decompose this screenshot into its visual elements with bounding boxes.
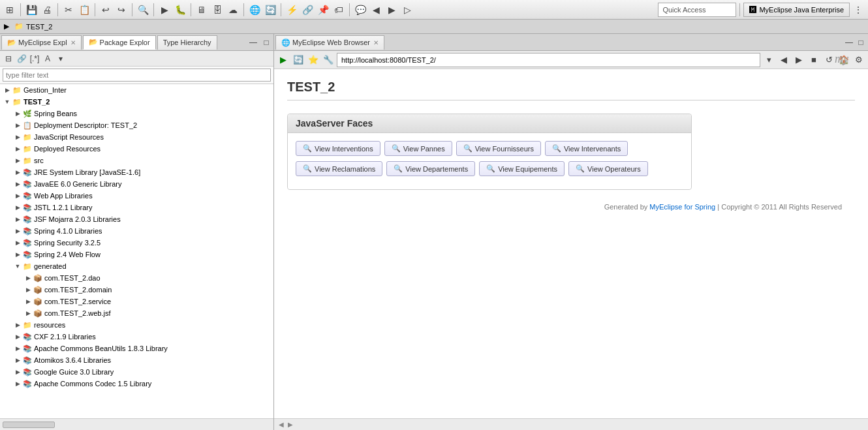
jsf-action-button[interactable]: 🔍View Fournisseurs	[456, 141, 541, 156]
tab-package-explorer[interactable]: 📂 Package Explor	[83, 35, 156, 50]
toolbar-icon-more[interactable]: ⋮	[851, 3, 865, 17]
fav-btn[interactable]: ⭐	[307, 54, 320, 67]
toolbar-separator-9	[349, 3, 350, 16]
toolbar-icon-db[interactable]: 🗄	[210, 3, 225, 17]
tree-item[interactable]: ▶📚JRE System Library [JavaSE-1.6]	[0, 166, 273, 178]
jsf-action-button[interactable]: 🔍View Reclamations	[296, 161, 382, 176]
panel-view-menu-icon[interactable]: ▾	[55, 53, 67, 65]
tools-btn[interactable]: 🔧	[322, 54, 335, 67]
tree-item[interactable]: ▶📁Deployed Resources	[0, 143, 273, 155]
panel-font-icon[interactable]: A	[42, 53, 54, 65]
right-panel-hscroll[interactable]: ◀ ▶	[274, 418, 868, 430]
tree-item[interactable]: ▶📚Google Guice 3.0 Library	[0, 366, 273, 378]
tab-package-explorer-icon: 📂	[89, 38, 98, 46]
toolbar-icon-server[interactable]: 🖥	[194, 3, 209, 17]
toolbar-icon-save[interactable]: 💾	[24, 3, 39, 17]
tab-web-browser[interactable]: 🌐 MyEclipse Web Browser ✕	[275, 35, 384, 50]
tree-item[interactable]: ▶📦com.TEST_2.dao	[0, 272, 273, 284]
toolbar-icon-cloud[interactable]: ☁	[226, 3, 240, 17]
tab-myeclipse-explorer[interactable]: 📂 MyEclipse Expl ✕	[1, 35, 82, 50]
toolbar-icon-debug[interactable]: 🐛	[173, 3, 187, 17]
tree-node-label: Atomikos 3.6.4 Libraries	[34, 356, 111, 364]
toolbar-icon-1[interactable]: ⊞	[3, 3, 17, 17]
jsf-action-button[interactable]: 🔍View Intervenants	[545, 141, 628, 156]
toolbar-icon-copy[interactable]: 📋	[77, 3, 91, 17]
tree-item[interactable]: ▶📚Apache Commons BeanUtils 1.8.3 Library	[0, 343, 273, 354]
toolbar-icon-chat[interactable]: 💬	[353, 3, 367, 17]
toolbar-icon-nav3[interactable]: ▷	[400, 3, 414, 17]
tree-node-label: JavaEE 6.0 Generic Library	[34, 180, 122, 188]
toolbar-icon-nav1[interactable]: ◀	[369, 3, 383, 17]
tree-item[interactable]: ▶📚JSF Mojarra 2.0.3 Libraries	[0, 213, 273, 225]
maximize-left-icon[interactable]: □	[260, 37, 272, 48]
toolbar-icon-undo[interactable]: ↩	[99, 3, 113, 17]
tree-item[interactable]: ▶📁JavaScript Resources	[0, 131, 273, 143]
tree-item[interactable]: ▶📦com.TEST_2.web.jsf	[0, 307, 273, 319]
collapse-all-icon[interactable]: ⊟	[3, 53, 14, 65]
tree-item[interactable]: ▶📚Spring 2.4 Web Flow	[0, 249, 273, 260]
go-btn[interactable]: ▾	[762, 54, 775, 67]
toolbar-icon-search[interactable]: 🔍	[136, 3, 150, 17]
credit-link[interactable]: MyEclipse for Spring	[649, 203, 715, 211]
forward-btn disabled[interactable]: ▶	[792, 54, 805, 67]
tree-node-icon: 📋	[22, 120, 33, 131]
minimize-right-icon[interactable]: —	[843, 37, 855, 48]
minimize-left-icon[interactable]: —	[247, 37, 259, 48]
browser-settings-btn[interactable]: ⚙	[852, 54, 865, 67]
tree-item[interactable]: ▶📚Apache Commons Codec 1.5 Library	[0, 378, 273, 390]
refresh-btn[interactable]: 🔄	[292, 54, 305, 67]
tree-item[interactable]: ▶📚Spring Security 3.2.5	[0, 237, 273, 249]
tree-item[interactable]: ▶📁Gestion_Inter	[0, 84, 273, 96]
jsf-action-button[interactable]: 🔍View Equipements	[479, 161, 565, 176]
browser-refresh-btn[interactable]: ↺	[822, 54, 835, 67]
toolbar-icon-tag[interactable]: 🏷	[332, 3, 346, 17]
quick-access-box[interactable]: Quick Access	[658, 3, 736, 17]
hscroll-left[interactable]: ◀	[277, 420, 286, 429]
filter-input[interactable]	[3, 69, 271, 82]
tree-item[interactable]: ▼📁TEST_2	[0, 96, 273, 108]
jsf-action-button[interactable]: 🔍View Operateurs	[568, 161, 648, 176]
toolbar-icon-link2[interactable]: 🔗	[300, 3, 315, 17]
back-btn disabled[interactable]: ◀	[777, 54, 790, 67]
tree-item[interactable]: ▶📦com.TEST_2.domain	[0, 284, 273, 296]
stop-btn[interactable]: ■	[807, 54, 820, 67]
toolbar-icon-print[interactable]: 🖨	[40, 3, 54, 17]
toolbar-icon-cut[interactable]: ✂	[61, 3, 76, 17]
tree-node-label: JavaScript Resources	[34, 133, 104, 141]
tree-item[interactable]: ▶📦com.TEST_2.service	[0, 296, 273, 307]
toolbar-icon-refresh[interactable]: 🔄	[263, 3, 277, 17]
tree-item[interactable]: ▶📚JSTL 1.2.1 Library	[0, 202, 273, 213]
toolbar-icon-link1[interactable]: ⚡	[285, 3, 299, 17]
tree-node-icon: 📦	[33, 284, 43, 295]
run-btn[interactable]: ▶	[277, 54, 290, 67]
url-bar[interactable]	[337, 53, 760, 67]
jsf-action-button[interactable]: 🔍View Pannes	[384, 141, 452, 156]
tree-item[interactable]: ▶📚CXF 2.1.9 Libraries	[0, 331, 273, 343]
tree-item[interactable]: ▼📁generated	[0, 260, 273, 272]
tree-item[interactable]: ▶📚Spring 4.1.0 Libraries	[0, 225, 273, 237]
jsf-action-button[interactable]: 🔍View Departements	[386, 161, 475, 176]
perspective-button[interactable]: 🅼 MyEclipse Java Enterprise	[743, 3, 850, 17]
browser-tab-close[interactable]: ✕	[373, 39, 379, 46]
maximize-right-icon[interactable]: □	[855, 37, 867, 48]
left-panel-hscroll[interactable]	[0, 418, 273, 430]
toolbar-icon-nav2[interactable]: ▶	[384, 3, 399, 17]
tree-item[interactable]: ▶📚JavaEE 6.0 Generic Library	[0, 178, 273, 190]
tree-item[interactable]: ▶📁src	[0, 155, 273, 166]
jsf-action-button[interactable]: 🔍View Interventions	[296, 141, 380, 156]
toolbar-icon-pin[interactable]: 📌	[316, 3, 330, 17]
toolbar-icon-redo[interactable]: ↪	[114, 3, 129, 17]
tree-item[interactable]: ▶📋Deployment Descriptor: TEST_2	[0, 119, 273, 131]
panel-filter-icon[interactable]: [.*]	[29, 53, 40, 65]
toolbar-icon-web[interactable]: 🌐	[247, 3, 262, 17]
tree-item[interactable]: ▶📚Atomikos 3.6.4 Libraries	[0, 354, 273, 366]
hscroll-right[interactable]: ▶	[286, 420, 295, 429]
tab-myeclipse-explorer-close[interactable]: ✕	[70, 39, 76, 46]
link-editor-icon[interactable]: 🔗	[16, 53, 27, 65]
tree-item[interactable]: ▶📁resources	[0, 319, 273, 331]
tree-item[interactable]: ▶🌿Spring Beans	[0, 108, 273, 119]
tab-type-hierarchy[interactable]: Type Hierarchy	[157, 35, 217, 50]
browser-tabs: 🌐 MyEclipse Web Browser ✕ — □	[274, 34, 868, 51]
tree-item[interactable]: ▶📚Web App Libraries	[0, 190, 273, 202]
toolbar-icon-run[interactable]: ▶	[157, 3, 172, 17]
